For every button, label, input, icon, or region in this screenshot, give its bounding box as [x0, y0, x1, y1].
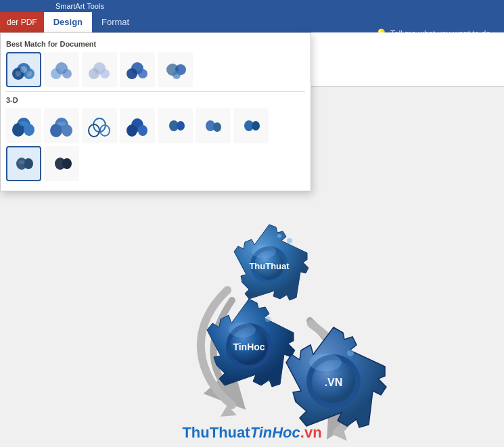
- style-item-3d-3[interactable]: [82, 108, 117, 143]
- svg-point-14: [138, 69, 147, 78]
- watermark-tin: Tin: [250, 424, 273, 441]
- svg-point-35: [213, 122, 221, 132]
- svg-point-52: [229, 323, 256, 337]
- svg-point-56: [309, 354, 342, 371]
- style-item-3[interactable]: [82, 52, 117, 87]
- svg-point-17: [173, 71, 181, 79]
- svg-point-58: [277, 234, 281, 238]
- style-item-3d-8[interactable]: [6, 146, 41, 181]
- svg-point-13: [127, 68, 137, 79]
- svg-text:ThuThuat: ThuThuat: [249, 261, 290, 271]
- style-row-3d: [6, 108, 305, 181]
- tab-design[interactable]: Design: [44, 12, 92, 32]
- section-best-match-title: Best Match for Document: [6, 40, 305, 48]
- watermark-thuat: Thuat: [210, 424, 250, 441]
- svg-point-24: [62, 124, 72, 137]
- tab-pdf[interactable]: der PDF: [0, 12, 44, 32]
- svg-point-5: [26, 71, 32, 76]
- section-3d-title: 3-D: [6, 96, 305, 104]
- svg-point-59: [265, 316, 271, 322]
- svg-point-40: [18, 160, 25, 164]
- svg-point-7: [51, 68, 62, 79]
- style-item-3d-4[interactable]: [120, 108, 155, 143]
- style-item-3d-9[interactable]: [44, 146, 79, 181]
- svg-point-39: [24, 158, 33, 169]
- svg-point-8: [62, 69, 72, 78]
- svg-point-11: [100, 69, 110, 78]
- style-item-3d-7[interactable]: [233, 108, 269, 143]
- svg-text:.VN: .VN: [324, 377, 342, 388]
- svg-point-42: [62, 158, 72, 169]
- watermark-thu: Thu: [182, 424, 209, 441]
- svg-point-33: [177, 121, 185, 131]
- style-item-4[interactable]: [120, 52, 155, 87]
- svg-point-37: [252, 121, 260, 131]
- style-item-3d-2[interactable]: [44, 108, 79, 143]
- smartart-tools-label: SmartArt Tools: [49, 0, 111, 12]
- section-divider: [6, 91, 305, 92]
- smartart-graphic[interactable]: ThuThuat TinHoc .VN: [127, 165, 411, 448]
- watermark: ThuThuatTinHoc.vn: [182, 424, 321, 442]
- watermark-vn: vn: [304, 424, 322, 441]
- style-item-2[interactable]: [44, 52, 79, 87]
- style-item-3d-6[interactable]: [196, 108, 231, 143]
- svg-point-48: [252, 245, 276, 258]
- svg-point-57: [287, 238, 292, 243]
- watermark-hoc: Hoc: [272, 424, 300, 441]
- svg-point-4: [16, 71, 21, 76]
- dropdown-panel: Best Match for Document: [0, 32, 311, 191]
- svg-text:TinHoc: TinHoc: [233, 342, 265, 352]
- style-item-3d-5[interactable]: [158, 108, 193, 143]
- style-row-best-match: [6, 52, 305, 87]
- svg-point-30: [127, 124, 137, 137]
- style-item-5[interactable]: [158, 52, 193, 87]
- style-item-1[interactable]: [6, 52, 41, 87]
- smartart-canvas: ThuThuat TinHoc .VN: [34, 187, 504, 427]
- svg-point-3: [20, 66, 27, 73]
- svg-point-23: [50, 124, 62, 137]
- svg-point-21: [19, 121, 28, 126]
- style-item-3d-1[interactable]: [6, 108, 41, 143]
- svg-point-60: [347, 350, 354, 356]
- svg-point-31: [138, 125, 147, 136]
- svg-point-10: [89, 68, 99, 79]
- svg-point-25: [57, 122, 66, 126]
- tab-format[interactable]: Format: [92, 12, 139, 32]
- ribbon-tabs: der PDF Design Format 💡 Tell me what you…: [0, 12, 504, 32]
